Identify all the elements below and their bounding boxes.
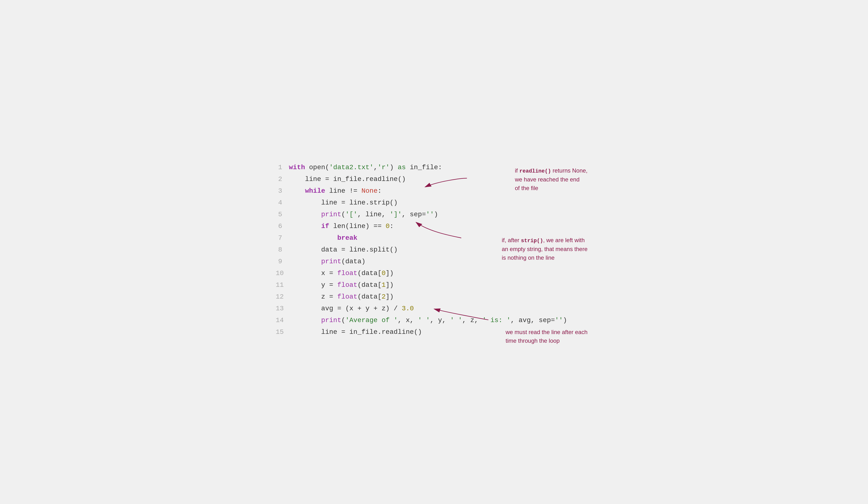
main-container: 1 with open('data2.txt','r') as in_file:… xyxy=(266,152,602,352)
line-number-1: 1 xyxy=(276,162,289,173)
code-text-12: z = float(data[2]) xyxy=(289,291,592,303)
line-number-7: 7 xyxy=(276,232,289,244)
line-number-5: 5 xyxy=(276,209,289,220)
line-number-14: 14 xyxy=(276,314,289,326)
code-line-6: 6 if len(line) == 0: xyxy=(276,220,592,232)
code-block: 1 with open('data2.txt','r') as in_file:… xyxy=(276,162,592,338)
code-line-11: 11 y = float(data[1]) xyxy=(276,279,592,291)
code-text-14: print('Average of ', x, ' ', y, ' ', z, … xyxy=(289,314,592,326)
line-number-3: 3 xyxy=(276,185,289,197)
code-line-14: 14 print('Average of ', x, ' ', y, ' ', … xyxy=(276,314,592,326)
code-text-5: print('[', line, ']', sep='') xyxy=(289,209,592,220)
annotation-readline-none: if readline() returns None, we have reac… xyxy=(515,166,588,192)
code-line-12: 12 z = float(data[2]) xyxy=(276,291,592,303)
annotation-read-line: we must read the line after each time th… xyxy=(506,328,588,345)
annotation-strip-empty: if, after strip(), we are left with an e… xyxy=(502,236,588,262)
line-number-4: 4 xyxy=(276,197,289,209)
code-text-11: y = float(data[1]) xyxy=(289,279,592,291)
code-line-5: 5 print('[', line, ']', sep='') xyxy=(276,209,592,220)
code-text-6: if len(line) == 0: xyxy=(289,220,592,232)
line-number-6: 6 xyxy=(276,220,289,232)
line-number-2: 2 xyxy=(276,173,289,185)
code-text-4: line = line.strip() xyxy=(289,197,592,209)
line-number-10: 10 xyxy=(276,268,289,279)
code-line-10: 10 x = float(data[0]) xyxy=(276,268,592,279)
line-number-9: 9 xyxy=(276,255,289,268)
code-text-10: x = float(data[0]) xyxy=(289,268,592,279)
code-text-13: avg = (x + y + z) / 3.0 xyxy=(289,303,592,314)
line-number-12: 12 xyxy=(276,291,289,303)
line-number-15: 15 xyxy=(276,326,289,338)
line-number-13: 13 xyxy=(276,303,289,314)
line-number-11: 11 xyxy=(276,279,289,291)
code-line-4: 4 line = line.strip() xyxy=(276,197,592,209)
code-line-13: 13 avg = (x + y + z) / 3.0 xyxy=(276,303,592,314)
line-number-8: 8 xyxy=(276,244,289,255)
